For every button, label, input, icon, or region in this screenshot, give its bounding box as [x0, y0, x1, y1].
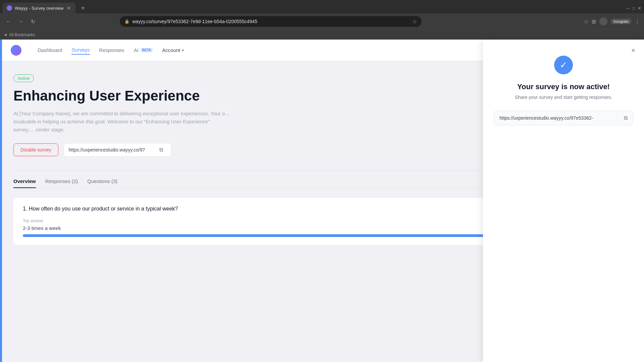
survey-description: At [Your Company Name], we are committed…: [13, 110, 231, 134]
incognito-badge[interactable]: Incognito: [611, 19, 631, 24]
address-bar[interactable]: 🔒 wayyy.co/survey/97e53362-7e9d-11ee-b54…: [120, 16, 422, 27]
minimize-btn[interactable]: ─: [627, 6, 630, 11]
question-body: How often do you use our product or serv…: [29, 206, 178, 212]
tab-title: Wayyy - Survey overview: [15, 6, 63, 11]
address-bar-row: ← → ↻ 🔒 wayyy.co/survey/97e53362-7e9d-11…: [0, 13, 644, 29]
browser-tab[interactable]: Wayyy - Survey overview ✕: [3, 3, 75, 13]
restore-btn[interactable]: □: [632, 6, 635, 11]
panel-url-box: https://uxperiencestudio.wayyy.co/97e533…: [494, 111, 633, 125]
bookmark-star-icon[interactable]: ☆: [412, 18, 417, 25]
tab-right-controls: ─ □ ✕: [627, 6, 641, 11]
close-panel-button[interactable]: ×: [628, 45, 639, 56]
bookmarks-bar: ★ All Bookmarks: [0, 29, 644, 40]
copy-url-icon[interactable]: ⧉: [159, 147, 163, 153]
all-bookmarks-label[interactable]: All Bookmarks: [9, 33, 35, 37]
beta-badge: BETA: [141, 48, 153, 52]
account-chevron-icon: ▾: [182, 48, 184, 53]
disable-survey-button[interactable]: Disable survey: [13, 143, 58, 156]
profile-icon[interactable]: [599, 17, 607, 25]
left-accent-bar: [0, 40, 2, 362]
panel-url-text: https://uxperiencestudio.wayyy.co/97e533…: [499, 115, 620, 121]
more-options-icon[interactable]: ⋮: [635, 18, 640, 25]
nav-dashboard[interactable]: Dashboard: [38, 46, 62, 54]
app-container: Dashboard Surveys Responses AI BETA Acco…: [0, 40, 644, 362]
nav-surveys[interactable]: Surveys: [71, 46, 90, 55]
forward-button[interactable]: →: [16, 17, 25, 26]
nav-ai[interactable]: AI BETA: [134, 46, 153, 54]
panel-copy-icon[interactable]: ⧉: [624, 115, 628, 121]
tab-questions[interactable]: Questions (3): [87, 178, 117, 188]
survey-url-box: https://uxperiencestudio.wayyy.co/97 ⧉: [64, 143, 171, 157]
success-icon-circle: ✓: [554, 56, 573, 74]
account-label: Account: [162, 47, 180, 53]
account-button[interactable]: Account ▾: [162, 47, 183, 53]
checkmark-icon: ✓: [560, 60, 567, 70]
tab-responses[interactable]: Responses (2): [45, 178, 78, 188]
bookmarks-star-icon: ★: [4, 33, 8, 37]
panel-subtitle: Share your survey and start getting resp…: [515, 95, 612, 100]
tab-overview[interactable]: Overview: [13, 178, 36, 188]
survey-url-text: https://uxperiencestudio.wayyy.co/97: [69, 147, 156, 153]
close-window-btn[interactable]: ✕: [638, 6, 641, 11]
tab-close-btn[interactable]: ✕: [66, 5, 71, 11]
tab-favicon: [7, 5, 12, 11]
lock-icon: 🔒: [124, 19, 129, 24]
nav-links: Dashboard Surveys Responses AI BETA Acco…: [38, 46, 184, 55]
nav-responses[interactable]: Responses: [99, 46, 124, 54]
panel-title: Your survey is now active!: [517, 82, 610, 91]
bookmark-icon[interactable]: ☆: [584, 18, 588, 25]
refresh-button[interactable]: ↻: [28, 17, 38, 26]
status-badge: Active: [13, 74, 34, 82]
browser-chrome: Wayyy - Survey overview ✕ + ─ □ ✕ ← → ↻ …: [0, 0, 644, 40]
question-number: 1.: [23, 206, 27, 212]
back-button[interactable]: ←: [4, 17, 13, 26]
extensions-icon[interactable]: ⊞: [592, 18, 596, 25]
right-panel: × ✓ Your survey is now active! Share you…: [483, 40, 644, 362]
url-text: wayyy.co/survey/97e53362-7e9d-11ee-b54a-…: [132, 19, 410, 24]
logo[interactable]: [11, 45, 21, 56]
tab-bar: Wayyy - Survey overview ✕ + ─ □ ✕: [0, 0, 644, 13]
new-tab-button[interactable]: +: [78, 3, 88, 13]
address-bar-right: ☆ ⊞ Incognito ⋮: [584, 17, 640, 25]
